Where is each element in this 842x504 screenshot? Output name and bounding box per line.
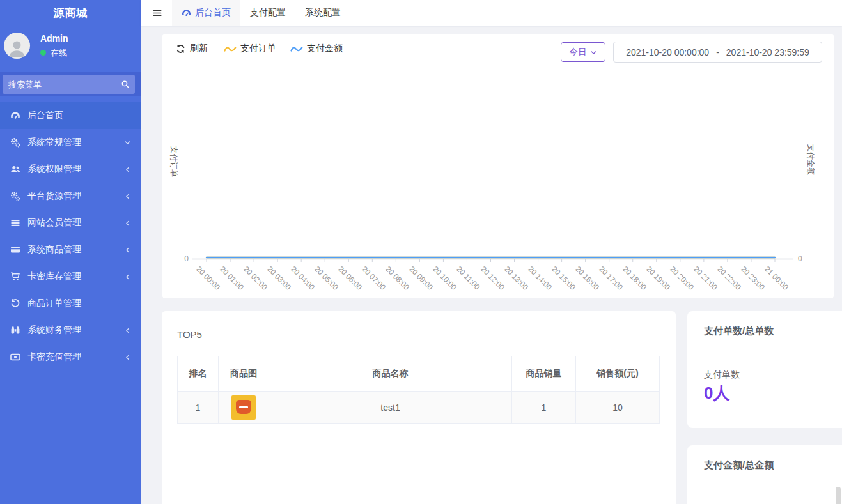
search-input[interactable]	[3, 75, 135, 94]
column-header: 商品图	[219, 356, 269, 392]
online-status-label: 在线	[51, 47, 67, 59]
tab-label: 后台首页	[195, 7, 231, 19]
gears-icon	[10, 191, 20, 201]
top5-table: 排名商品图商品名称商品销量销售额(元) 1test1110	[177, 356, 660, 424]
sidebar-item-label: 平台货源管理	[27, 190, 124, 202]
gears-icon	[10, 137, 20, 148]
sidebar-menu: 后台首页 系统常规管理 系统权限管理 平台货源管理 网站会员管理 系统商品管理 …	[0, 102, 141, 370]
cart-icon	[10, 271, 20, 282]
tab-label: 支付配置	[250, 7, 286, 19]
sidebar-item-8[interactable]: 系统财务管理	[0, 317, 141, 344]
list-icon	[10, 218, 20, 228]
sidebar-item-label: 系统权限管理	[27, 164, 124, 175]
tab-label: 系统配置	[305, 7, 341, 19]
stat-label: 支付单数	[704, 369, 740, 381]
column-header: 销售额(元)	[576, 356, 660, 392]
sidebar-item-label: 卡密库存管理	[27, 271, 124, 282]
chevron-down-icon	[124, 139, 131, 146]
image-cell	[219, 392, 269, 424]
sidebar-item-label: 卡密充值管理	[27, 351, 124, 363]
sidebar-item-label: 网站会员管理	[27, 217, 124, 229]
sidebar-item-1[interactable]: 系统常规管理	[0, 129, 141, 156]
topbar: 后台首页 支付配置 系统配置	[141, 0, 842, 26]
rank-cell: 1	[178, 392, 219, 424]
column-header: 商品销量	[512, 356, 576, 392]
sidebar-item-label: 商品订单管理	[27, 298, 131, 309]
sidebar: 源商城 Admin 在线 后台首页 系统常规管理 系统权限管理	[0, 0, 141, 504]
sidebar-item-label: 系统常规管理	[27, 137, 124, 148]
money-icon	[10, 352, 20, 362]
product-image	[231, 395, 256, 420]
hamburger-icon[interactable]	[152, 8, 163, 18]
chevron-left-icon	[124, 247, 131, 254]
chart-canvas	[162, 34, 834, 298]
vertical-scrollbar-thumb[interactable]	[836, 487, 841, 504]
chart-card: 刷新 支付订单支付金额 今日 2021-10-20 00:00:00 - 202…	[162, 34, 834, 298]
top5-title: TOP5	[177, 329, 202, 340]
stat-value: 0人	[704, 382, 729, 404]
card-icon	[10, 245, 20, 255]
column-header: 商品名称	[269, 356, 512, 392]
chevron-left-icon	[124, 193, 131, 200]
amount-cell: 10	[576, 392, 660, 424]
dashboard-icon	[182, 8, 191, 18]
stat-title: 支付单数/总单数	[704, 325, 774, 337]
chevron-left-icon	[124, 273, 131, 280]
chevron-left-icon	[124, 166, 131, 173]
sidebar-item-label: 后台首页	[27, 110, 131, 121]
sidebar-item-label: 系统财务管理	[27, 325, 124, 336]
sidebar-item-label: 系统商品管理	[27, 244, 124, 256]
tab-0[interactable]: 后台首页	[172, 0, 240, 26]
stat-title: 支付金额/总金额	[704, 459, 774, 471]
binoculars-icon	[10, 325, 20, 335]
sidebar-item-3[interactable]: 平台货源管理	[0, 183, 141, 210]
search-icon[interactable]	[121, 80, 130, 89]
sidebar-item-5[interactable]: 系统商品管理	[0, 236, 141, 263]
history-icon	[10, 298, 20, 309]
chevron-left-icon	[124, 220, 131, 227]
sidebar-item-2[interactable]: 系统权限管理	[0, 156, 141, 183]
stat-card-pay-orders: 支付单数/总单数 支付单数 0人	[687, 311, 842, 428]
user-avatar-icon	[6, 38, 27, 59]
sidebar-item-7[interactable]: 商品订单管理	[0, 290, 141, 317]
sidebar-item-0[interactable]: 后台首页	[0, 102, 141, 129]
sidebar-item-6[interactable]: 卡密库存管理	[0, 263, 141, 290]
table-header-row: 排名商品图商品名称商品销量销售额(元)	[178, 356, 660, 392]
column-header: 排名	[178, 356, 219, 392]
user-panel: Admin 在线	[0, 27, 141, 67]
menu-search-band	[0, 72, 141, 96]
dashboard-icon	[10, 111, 20, 121]
online-status-dot	[40, 50, 46, 56]
sidebar-item-4[interactable]: 网站会员管理	[0, 210, 141, 236]
stat-card-pay-amount: 支付金额/总金额	[687, 445, 842, 504]
tab-bar: 后台首页 支付配置 系统配置	[172, 0, 350, 26]
users-icon	[10, 164, 20, 174]
sidebar-item-9[interactable]: 卡密充值管理	[0, 344, 141, 370]
sales-cell: 1	[512, 392, 576, 424]
app-logo: 源商城	[0, 0, 141, 27]
tab-1[interactable]: 支付配置	[240, 0, 295, 26]
avatar	[4, 33, 30, 59]
table-row: 1test1110	[178, 392, 660, 424]
name-cell: test1	[269, 392, 512, 424]
chevron-left-icon	[124, 354, 131, 361]
top5-card: TOP5 排名商品图商品名称商品销量销售额(元) 1test1110	[162, 311, 676, 504]
tab-2[interactable]: 系统配置	[295, 0, 350, 26]
user-name: Admin	[40, 33, 68, 43]
chevron-left-icon	[124, 327, 131, 334]
